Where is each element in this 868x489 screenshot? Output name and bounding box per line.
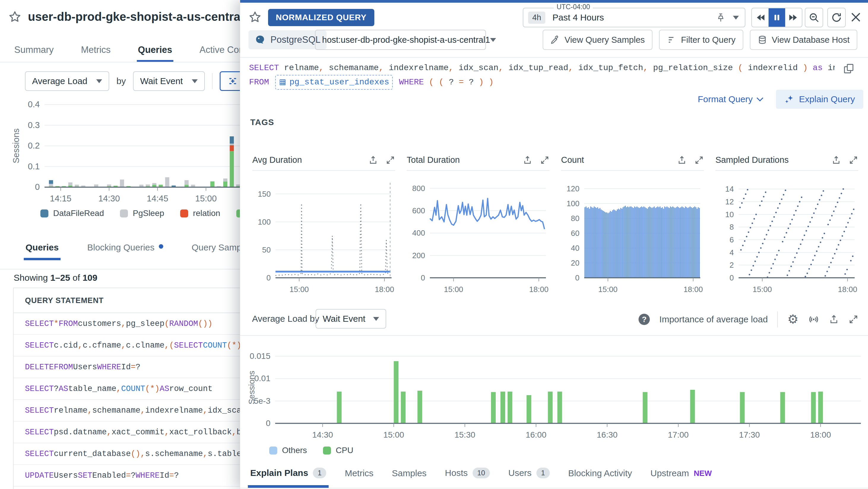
- svg-text:17:30: 17:30: [739, 430, 760, 439]
- wait-event-select[interactable]: Wait Event: [315, 309, 386, 328]
- notification-dot: [159, 244, 163, 249]
- panel-tab-samples[interactable]: Samples: [392, 468, 427, 487]
- query-subtabs: QueriesBlocking QueriesQuery Samples: [26, 242, 253, 260]
- explain-query-button[interactable]: Explain Query: [776, 90, 863, 109]
- normalized-query-badge: NORMALIZED QUERY: [268, 9, 374, 26]
- panel-tab-blocking-activity[interactable]: Blocking Activity: [568, 468, 632, 487]
- svg-text:10: 10: [725, 210, 734, 219]
- tab-metrics[interactable]: Metrics: [81, 45, 111, 62]
- dimension-select[interactable]: Wait Event: [133, 71, 205, 91]
- svg-text:600: 600: [412, 206, 425, 215]
- svg-text:80: 80: [571, 214, 580, 223]
- legend-swatch: [40, 209, 49, 218]
- tab-summary[interactable]: Summary: [14, 45, 54, 62]
- legend-item-others[interactable]: Others: [269, 445, 307, 455]
- pause-live-button[interactable]: [769, 8, 785, 27]
- tab-badge: 1: [536, 468, 550, 478]
- average-load-label: Average Load by: [252, 314, 319, 324]
- signal-icon[interactable]: [808, 314, 819, 325]
- metric-select[interactable]: Average Load: [25, 71, 109, 91]
- svg-text:400: 400: [412, 228, 425, 237]
- format-query-button[interactable]: Format Query: [698, 94, 762, 104]
- bottom-tabs-divider: [240, 488, 868, 488]
- panel-tab-metrics[interactable]: Metrics: [345, 468, 373, 487]
- filter-icon: [667, 35, 676, 45]
- view-database-host-button[interactable]: View Database Host: [750, 30, 857, 50]
- gear-icon[interactable]: ⚙: [787, 313, 799, 325]
- sparkles-icon: [784, 94, 795, 104]
- svg-text:16:00: 16:00: [526, 430, 547, 439]
- chart-title: Avg Duration: [252, 155, 302, 165]
- svg-text:150: 150: [258, 190, 271, 198]
- chevron-down-icon: [96, 79, 102, 83]
- svg-text:0.3: 0.3: [28, 120, 40, 130]
- chevron-down-icon: [373, 317, 379, 321]
- expand-icon[interactable]: [694, 155, 704, 165]
- panel-tab-upstream[interactable]: UpstreamNEW: [650, 468, 712, 487]
- panel-accent-bar: [240, 0, 868, 3]
- importance-link[interactable]: Importance of average load: [659, 314, 768, 324]
- view-query-samples-button[interactable]: View Query Samples: [542, 30, 652, 50]
- zoom-out-button[interactable]: [805, 8, 823, 27]
- sampled-durations-chart: 1412108642015:0018:00: [715, 171, 858, 293]
- favorite-star-icon[interactable]: [8, 10, 21, 24]
- by-label: by: [116, 76, 126, 86]
- tab-queries[interactable]: Queries: [138, 45, 172, 62]
- help-icon[interactable]: ?: [639, 314, 650, 325]
- host-select[interactable]: host:user-db-prod-gke-shopist-a-us-centr…: [315, 30, 486, 50]
- legend-item-datafileread[interactable]: DataFileRead: [40, 208, 104, 218]
- svg-text:18:00: 18:00: [529, 285, 549, 293]
- export-icon[interactable]: [829, 314, 839, 324]
- copy-query-icon[interactable]: [843, 63, 854, 74]
- header-divider: [240, 57, 868, 58]
- panel-tab-hosts[interactable]: Hosts10: [445, 468, 490, 487]
- filter-to-query-button[interactable]: Filter to Query: [659, 30, 743, 50]
- svg-text:5e-3: 5e-3: [254, 396, 271, 405]
- table-reference-chip[interactable]: pg_stat_user_indexes: [275, 75, 393, 90]
- refresh-button[interactable]: [827, 8, 846, 27]
- time-backward-button[interactable]: [752, 8, 769, 27]
- export-icon[interactable]: [832, 155, 841, 165]
- postgresql-logo-icon: [254, 34, 266, 46]
- svg-text:4: 4: [730, 248, 734, 257]
- host-page-header: user-db-prod-gke-shopist-a-us-central1: [8, 10, 268, 24]
- subtab-blocking-queries[interactable]: Blocking Queries: [87, 242, 163, 260]
- subtab-queries[interactable]: Queries: [26, 242, 59, 260]
- svg-text:Sessions: Sessions: [247, 371, 256, 405]
- export-icon[interactable]: [523, 155, 532, 165]
- pin-icon[interactable]: [716, 13, 725, 22]
- panel-tab-explain-plans[interactable]: Explain Plans1: [250, 468, 326, 487]
- legend-swatch: [269, 447, 277, 455]
- export-icon[interactable]: [677, 155, 687, 165]
- timezone-label[interactable]: UTC-04:00: [554, 3, 593, 11]
- explore-grid-icon: [228, 76, 238, 86]
- svg-text:15:00: 15:00: [195, 194, 217, 203]
- expand-icon[interactable]: [540, 155, 550, 165]
- tags-section-label: TAGS: [250, 118, 274, 127]
- time-forward-button[interactable]: [785, 8, 802, 27]
- favorite-star-icon[interactable]: [248, 11, 261, 24]
- expand-icon[interactable]: [848, 314, 859, 324]
- expand-icon[interactable]: [385, 155, 395, 165]
- svg-text:0.4: 0.4: [28, 99, 40, 109]
- svg-text:18:00: 18:00: [684, 285, 703, 293]
- svg-text:0: 0: [266, 419, 271, 428]
- svg-text:16:30: 16:30: [597, 430, 617, 439]
- svg-text:0.1: 0.1: [28, 162, 40, 171]
- svg-text:8: 8: [730, 223, 734, 231]
- dimension-select-value: Wait Event: [140, 76, 183, 86]
- panel-tab-users[interactable]: Users1: [508, 468, 550, 487]
- legend-item-cpu[interactable]: CPU: [323, 445, 353, 455]
- expand-icon[interactable]: [849, 155, 858, 165]
- svg-text:0: 0: [267, 273, 271, 282]
- chart-title: Count: [561, 155, 584, 165]
- legend-item-relation[interactable]: relation: [180, 208, 220, 218]
- legend-swatch: [180, 209, 188, 218]
- export-icon[interactable]: [368, 155, 378, 165]
- close-panel-icon[interactable]: [850, 11, 862, 23]
- timeframe-picker[interactable]: UTC-04:00 4h Past 4 Hours: [523, 8, 745, 27]
- chart-title: Sampled Durations: [715, 155, 789, 165]
- legend-item-pgsleep[interactable]: PgSleep: [120, 208, 164, 218]
- chevron-down-icon[interactable]: [733, 16, 739, 20]
- explain-query-label: Explain Query: [799, 94, 855, 104]
